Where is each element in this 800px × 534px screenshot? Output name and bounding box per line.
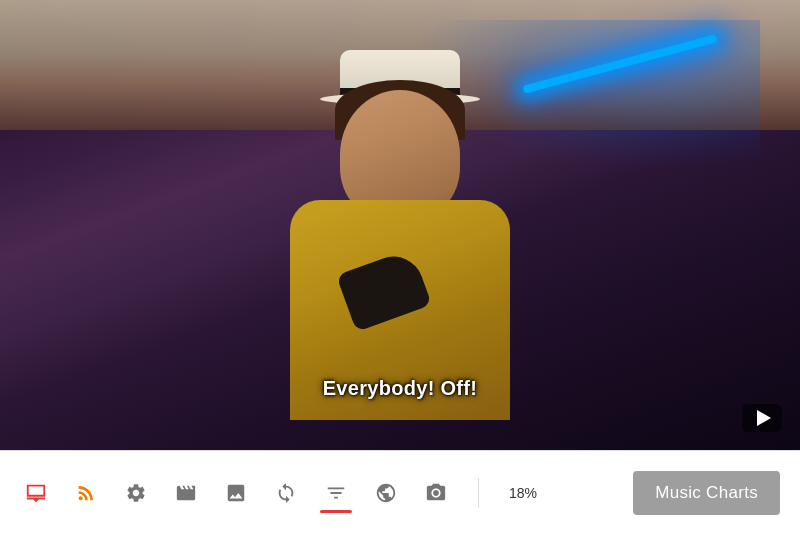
toolbar-icons-group: 18% xyxy=(20,477,633,509)
presentation-icon[interactable] xyxy=(20,477,52,509)
camera-svg xyxy=(425,482,447,504)
main-container: Everybody! Off! xyxy=(0,0,800,534)
filter-icon[interactable] xyxy=(320,477,352,509)
image-svg xyxy=(225,482,247,504)
toolbar: 18% Music Charts xyxy=(0,450,800,534)
globe-icon[interactable] xyxy=(370,477,402,509)
settings-icon[interactable] xyxy=(120,477,152,509)
settings-svg xyxy=(125,482,147,504)
camera-icon[interactable] xyxy=(420,477,452,509)
play-triangle-icon xyxy=(757,410,771,426)
filter-svg xyxy=(325,482,347,504)
toolbar-separator xyxy=(478,478,479,508)
film-icon[interactable] xyxy=(170,477,202,509)
rss-icon[interactable] xyxy=(70,477,102,509)
video-subtitle: Everybody! Off! xyxy=(323,377,478,400)
image-icon[interactable] xyxy=(220,477,252,509)
person-figure xyxy=(260,80,540,420)
rss-svg xyxy=(75,482,97,504)
svg-point-0 xyxy=(79,496,83,500)
refresh-svg xyxy=(275,482,297,504)
presentation-svg xyxy=(25,482,47,504)
film-svg xyxy=(175,482,197,504)
music-charts-button[interactable]: Music Charts xyxy=(633,471,780,515)
globe-svg xyxy=(375,482,397,504)
youtube-play-button[interactable] xyxy=(742,404,782,432)
percent-badge: 18% xyxy=(509,485,537,501)
video-player[interactable]: Everybody! Off! xyxy=(0,0,800,450)
refresh-icon[interactable] xyxy=(270,477,302,509)
